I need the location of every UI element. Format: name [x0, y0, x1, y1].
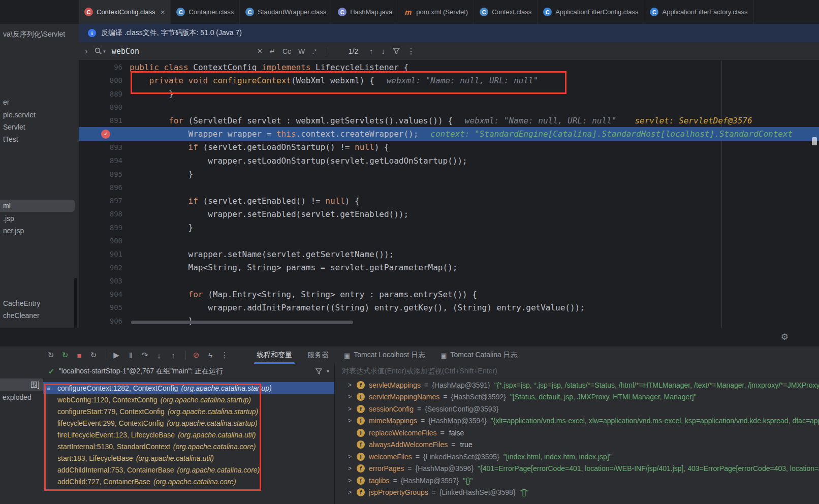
project-tree-item[interactable]: cheCleaner — [0, 309, 79, 322]
search-history-caret-icon[interactable]: ▾ — [103, 49, 106, 54]
editor-tab[interactable]: CContext.class — [474, 0, 538, 24]
frames-filter-icon[interactable] — [316, 368, 322, 374]
gutter[interactable]: 800 — [79, 76, 130, 84]
editor-horizontal-scrollbar[interactable] — [131, 321, 353, 324]
line-number[interactable]: 890 — [110, 103, 122, 111]
gutter[interactable]: 904 — [79, 290, 130, 298]
gutter[interactable]: 905 — [79, 303, 130, 311]
gutter[interactable]: 902 — [79, 264, 130, 272]
variable-row[interactable]: >ferrorPages={HashMap@3596}"{401=ErrorPa… — [335, 463, 819, 475]
debug-tab[interactable]: 服务器 — [301, 346, 335, 364]
gutter[interactable]: 897 — [79, 197, 130, 205]
line-number[interactable]: 902 — [110, 264, 122, 272]
chevron-right-icon[interactable]: > — [348, 417, 357, 424]
search-input[interactable]: webCon — [112, 47, 254, 56]
gutter[interactable]: 893 — [79, 143, 130, 151]
variable-row[interactable]: falwaysAddWelcomeFiles=true — [335, 439, 819, 451]
line-number[interactable]: 897 — [110, 197, 122, 205]
gutter[interactable]: 899 — [79, 224, 130, 232]
chevron-right-icon[interactable]: > — [348, 382, 357, 389]
code-line[interactable]: 899 } — [79, 221, 819, 234]
step-over-icon[interactable]: ↷ — [139, 351, 151, 360]
code-line[interactable]: 898 wrapper.setEnabled(servlet.getEnable… — [79, 207, 819, 220]
search-icon[interactable]: ▾ — [94, 47, 106, 55]
gutter[interactable]: 889 — [79, 90, 130, 98]
line-number[interactable]: 899 — [110, 224, 122, 232]
line-number[interactable]: 96 — [114, 63, 122, 71]
stack-frame[interactable]: webConfig:1120, ContextConfig(org.apache… — [43, 394, 334, 405]
code-line[interactable]: 893 if (servlet.getLoadOnStartup() != nu… — [79, 141, 819, 154]
code-line[interactable]: 800 private void configureContext(WebXml… — [79, 74, 819, 87]
project-tree-item[interactable]: CacheEntry — [0, 297, 79, 309]
filter-icon[interactable] — [393, 48, 400, 54]
editor-tab[interactable]: CContextConfig.class× — [79, 0, 171, 24]
variable-row[interactable]: >ftaglibs={HashMap@3597}"{}" — [335, 475, 819, 487]
variable-row[interactable]: >fservletMappingNames={HashSet@3592}"[St… — [335, 391, 819, 403]
stack-frame[interactable]: lifecycleEvent:299, ContextConfig(org.ap… — [43, 417, 334, 429]
editor-tab[interactable]: CApplicationFilterConfig.class — [538, 0, 644, 24]
code-line[interactable]: 903 — [79, 274, 819, 288]
line-number[interactable]: 800 — [110, 76, 122, 84]
rerun-debug-icon[interactable]: ↻ — [59, 351, 71, 360]
editor-tab[interactable]: CStandardWrapper.class — [240, 0, 332, 24]
line-number[interactable]: 900 — [110, 237, 122, 245]
project-tree-item[interactable]: ml — [0, 200, 75, 212]
debug-tab[interactable]: ▣Tomcat Catalina 日志 — [434, 346, 524, 364]
project-tree-item[interactable]: ner.jsp — [0, 225, 79, 237]
stop-icon[interactable]: ■ — [73, 351, 85, 360]
code-editor[interactable]: 96public class ContextConfig implements … — [79, 60, 819, 328]
variable-row[interactable]: >fservletMappings={HashMap@3591}"{*.jspx… — [335, 379, 819, 391]
code-line[interactable]: 900 — [79, 234, 819, 247]
breakpoint-icon[interactable]: ✓ — [101, 130, 110, 139]
variable-row[interactable]: >fjspPropertyGroups={LinkedHashSet@3598}… — [335, 487, 819, 499]
rerun-icon[interactable]: ↻ — [45, 351, 57, 360]
gutter[interactable]: 894 — [79, 156, 130, 165]
line-number[interactable]: 895 — [110, 170, 122, 178]
line-number[interactable]: 903 — [110, 277, 122, 285]
code-line[interactable]: 897 if (servlet.getEnabled() != null) { — [79, 194, 819, 207]
thread-status-row[interactable]: ✓ "localhost-startStop-1"@2,767 在组"main"… — [43, 364, 334, 379]
expand-search-icon[interactable]: › — [85, 47, 87, 56]
code-line[interactable]: 905 wrapper.addInitParameter((String) en… — [79, 301, 819, 314]
project-tree-item[interactable]: ple.servlet — [0, 109, 79, 121]
line-number[interactable]: 896 — [110, 183, 122, 192]
chevron-right-icon[interactable]: > — [348, 405, 357, 413]
chevron-right-icon[interactable]: > — [348, 477, 357, 484]
line-number[interactable]: 906 — [110, 317, 122, 325]
chevron-down-icon[interactable]: ▾ — [327, 368, 329, 374]
editor-tab[interactable]: mpom.xml (Servlet) — [398, 0, 474, 24]
line-number[interactable]: 901 — [110, 250, 122, 258]
variable-row[interactable]: >fmimeMappings={HashMap@3594}"{xlt=appli… — [335, 415, 819, 427]
code-line[interactable]: 96public class ContextConfig implements … — [79, 60, 819, 74]
stack-frame[interactable]: addChildInternal:753, ContainerBase(org.… — [43, 464, 334, 476]
previous-match-icon[interactable]: ↑ — [369, 47, 373, 55]
editor-tab[interactable]: CContainer.class — [171, 0, 240, 24]
code-line[interactable]: 904 for (Map.Entry<String, String> entry… — [79, 288, 819, 301]
stack-frame[interactable]: startInternal:5130, StandardContext(org.… — [43, 440, 334, 452]
editor-tab[interactable]: CApplicationFilterFactory.class — [644, 0, 753, 24]
code-line[interactable]: 901 wrapper.setName(servlet.getServletNa… — [79, 247, 819, 261]
code-line[interactable]: 894 wrapper.setLoadOnStartup(servlet.get… — [79, 154, 819, 167]
chevron-right-icon[interactable]: > — [348, 465, 357, 472]
whole-words-toggle[interactable]: W — [298, 47, 305, 55]
gear-icon[interactable]: ⚙ — [781, 332, 789, 342]
lightning-icon[interactable]: ϟ — [204, 351, 216, 360]
chevron-right-icon[interactable]: > — [348, 489, 357, 496]
line-number[interactable]: 898 — [110, 210, 122, 218]
stack-frame[interactable]: configureStart:779, ContextConfig(org.ap… — [43, 405, 334, 417]
restart-icon[interactable]: ↻ — [87, 351, 100, 360]
debug-tab[interactable]: ▣Tomcat Localhost 日志 — [337, 346, 432, 364]
stack-frame[interactable]: ≡configureContext:1282, ContextConfig(or… — [43, 382, 334, 394]
step-into-icon[interactable]: ↓ — [153, 351, 165, 360]
line-number[interactable]: 894 — [110, 156, 122, 165]
next-match-icon[interactable]: ↓ — [382, 47, 386, 55]
debug-tab[interactable]: 线程和变量 — [250, 346, 299, 364]
newline-icon[interactable]: ↵ — [269, 47, 275, 55]
code-line[interactable]: 889 } — [79, 87, 819, 101]
code-line[interactable]: 891 for (ServletDef servlet : webxml.get… — [79, 114, 819, 127]
line-number[interactable]: 891 — [110, 116, 122, 124]
chevron-right-icon[interactable]: > — [348, 453, 357, 460]
gutter[interactable]: 901 — [79, 250, 130, 258]
code-line[interactable]: 895 } — [79, 167, 819, 180]
gutter[interactable]: 891 — [79, 116, 130, 124]
